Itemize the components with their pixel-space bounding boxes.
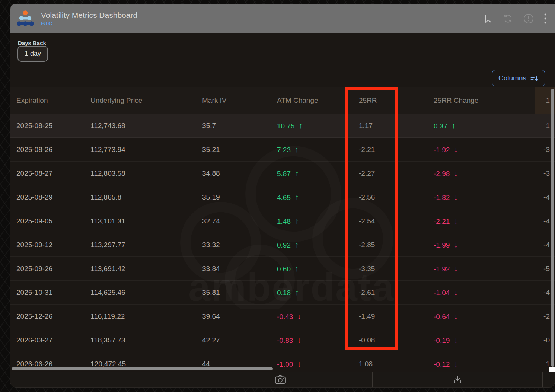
widget-footer bbox=[10, 372, 555, 387]
titlebar-actions bbox=[484, 13, 546, 24]
expiration-cell: 2026-03-27 bbox=[16, 336, 90, 344]
trend-arrow-icon: ↓ bbox=[454, 145, 458, 154]
mark-iv-cell: 32.74 bbox=[202, 217, 277, 225]
table-body: 2025-08-25 112,743.68 35.7 10.75↑ 1.17 0… bbox=[10, 114, 555, 372]
underlying-price-cell: 112,865.8 bbox=[90, 193, 202, 201]
footer-corner-cell bbox=[543, 372, 555, 387]
trend-arrow-icon: ↑ bbox=[295, 264, 299, 273]
underlying-price-cell: 113,297.77 bbox=[90, 241, 202, 249]
column-header-expiration[interactable]: Expiration bbox=[16, 87, 90, 114]
rr25-change-cell: 0.37↑ bbox=[434, 121, 535, 130]
mark-iv-cell: 42.27 bbox=[202, 336, 277, 344]
screenshot-canvas: Volatility Metrics Dashboard BTC bbox=[0, 0, 555, 392]
horizontal-scrollbar[interactable] bbox=[12, 367, 273, 370]
rr25-change-value: -0.12 bbox=[434, 360, 450, 368]
table-row[interactable]: 2025-08-26 112,773.94 35.21 7.23↑ -2.21 … bbox=[10, 138, 555, 162]
trend-arrow-icon: ↓ bbox=[297, 360, 301, 368]
vertical-scrollbar[interactable] bbox=[551, 89, 554, 367]
atm-change-value: 1.48 bbox=[277, 217, 291, 225]
atm-change-value: 10.75 bbox=[277, 122, 295, 130]
rr25-change-cell: -1.04↓ bbox=[434, 288, 535, 297]
kebab-menu-icon[interactable] bbox=[544, 13, 546, 24]
expiration-cell: 2025-09-26 bbox=[16, 265, 90, 273]
mark-iv-cell: 35.21 bbox=[202, 146, 277, 154]
mark-iv-cell: 44 bbox=[202, 360, 277, 368]
column-header-underlying-price[interactable]: Underlying Price bbox=[90, 87, 202, 114]
trend-arrow-icon: ↓ bbox=[454, 264, 458, 273]
mark-iv-cell: 35.7 bbox=[202, 122, 277, 130]
atm-change-value: 5.87 bbox=[277, 170, 291, 178]
table-row[interactable]: 2026-03-27 118,357.73 42.27 -0.83↓ -0.08… bbox=[10, 328, 555, 352]
atm-change-value: -0.83 bbox=[277, 337, 293, 344]
days-back-label: Days Back bbox=[18, 40, 46, 46]
rr25-change-value: -0.19 bbox=[434, 337, 450, 344]
underlying-price-cell: 118,357.73 bbox=[90, 336, 202, 344]
expiration-cell: 2025-09-12 bbox=[16, 241, 90, 249]
column-header-25rr-change[interactable]: 25RR Change bbox=[434, 87, 535, 114]
rr25-change-cell: -0.64↓ bbox=[434, 312, 535, 321]
refresh-icon[interactable] bbox=[503, 14, 513, 23]
trend-arrow-icon: ↑ bbox=[295, 193, 299, 201]
table-row[interactable]: 2025-09-26 113,691.42 33.84 0.60↑ -3.35 … bbox=[10, 257, 555, 281]
column-header-atm-change[interactable]: ATM Change bbox=[277, 87, 359, 114]
underlying-price-cell: 113,101.31 bbox=[90, 217, 202, 225]
rr25-change-value: -1.92 bbox=[434, 265, 450, 273]
atm-change-cell: 4.65↑ bbox=[277, 193, 359, 202]
column-header-25rr[interactable]: 25RR bbox=[359, 87, 434, 114]
table-row[interactable]: 2025-09-12 113,297.77 33.32 0.92↑ -2.85 … bbox=[10, 233, 555, 257]
rr25-change-value: 0.37 bbox=[434, 122, 447, 130]
rr25-change-cell: -2.21↓ bbox=[434, 217, 535, 226]
rr25-change-cell: -1.99↓ bbox=[434, 240, 535, 249]
rr25-change-value: -1.92 bbox=[434, 146, 450, 154]
footer-right-cell bbox=[373, 372, 543, 387]
atm-change-cell: -0.83↓ bbox=[277, 336, 359, 345]
table-row[interactable]: 2025-08-29 112,865.8 35.19 4.65↑ -2.56 -… bbox=[10, 185, 555, 209]
underlying-price-cell: 114,625.46 bbox=[90, 289, 202, 297]
rr25-cell: -0.08 bbox=[359, 336, 434, 344]
atm-change-cell: -0.43↓ bbox=[277, 312, 359, 321]
expiration-cell: 2025-08-25 bbox=[16, 122, 90, 130]
column-header-mark-iv[interactable]: Mark IV bbox=[202, 87, 277, 114]
rr25-cell: -2.56 bbox=[359, 193, 434, 201]
bookmark-icon[interactable] bbox=[484, 14, 492, 23]
underlying-price-cell: 120,472.45 bbox=[90, 360, 202, 368]
trend-arrow-icon: ↓ bbox=[454, 217, 458, 225]
trend-arrow-icon: ↑ bbox=[299, 121, 303, 130]
underlying-price-cell: 113,691.42 bbox=[90, 265, 202, 273]
mark-iv-cell: 33.32 bbox=[202, 241, 277, 249]
rr25-cell: 1.08 bbox=[359, 360, 434, 368]
alert-circle-icon[interactable] bbox=[523, 13, 534, 24]
rr25-cell: -2.85 bbox=[359, 241, 434, 249]
atm-change-cell: 5.87↑ bbox=[277, 169, 359, 178]
table-row[interactable]: 2025-08-27 112,803.58 34.88 5.87↑ -2.27 … bbox=[10, 162, 555, 185]
atm-change-value: 0.92 bbox=[277, 241, 291, 249]
trend-arrow-icon: ↓ bbox=[454, 360, 458, 368]
columns-button[interactable]: Columns bbox=[492, 70, 545, 86]
camera-icon[interactable] bbox=[275, 375, 286, 385]
trend-arrow-icon: ↑ bbox=[295, 145, 299, 154]
rr25-change-value: -0.64 bbox=[434, 313, 450, 321]
mark-iv-cell: 34.88 bbox=[202, 169, 277, 178]
table-row[interactable]: 2025-09-05 113,101.31 32.74 1.48↑ -2.54 … bbox=[10, 209, 555, 233]
underlying-price-cell: 112,803.58 bbox=[90, 169, 202, 178]
rr25-change-cell: -1.82↓ bbox=[434, 193, 535, 202]
atm-change-cell: 0.18↑ bbox=[277, 288, 359, 297]
trend-arrow-icon: ↓ bbox=[454, 169, 458, 178]
mark-iv-cell: 33.84 bbox=[202, 265, 277, 273]
atm-change-cell: 0.92↑ bbox=[277, 240, 359, 249]
rr25-change-value: -1.82 bbox=[434, 194, 450, 201]
atm-change-value: 7.23 bbox=[277, 146, 291, 154]
download-icon[interactable] bbox=[453, 375, 463, 385]
expiration-cell: 2025-08-27 bbox=[16, 169, 90, 178]
atm-change-cell: 7.23↑ bbox=[277, 145, 359, 154]
rr25-change-cell: -1.92↓ bbox=[434, 264, 535, 273]
rr25-cell: -2.21 bbox=[359, 146, 434, 154]
table-row[interactable]: 2025-10-31 114,625.46 35.81 0.18↑ -2.61 … bbox=[10, 281, 555, 305]
atm-change-value: 0.60 bbox=[277, 265, 291, 273]
rr25-change-value: -1.99 bbox=[434, 241, 450, 249]
table-row[interactable]: 2025-08-25 112,743.68 35.7 10.75↑ 1.17 0… bbox=[10, 114, 555, 138]
table-row[interactable]: 2025-12-26 116,119.22 39.64 -0.43↓ -1.49… bbox=[10, 305, 555, 328]
days-back-select[interactable]: 1 day bbox=[17, 46, 48, 62]
trend-arrow-icon: ↑ bbox=[452, 121, 456, 130]
underlying-price-cell: 112,743.68 bbox=[90, 122, 202, 130]
